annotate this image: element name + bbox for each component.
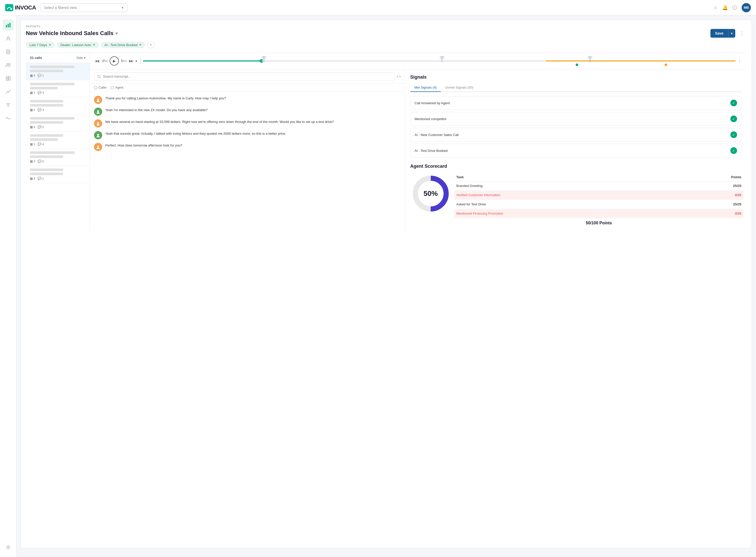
signal-check-2: ✓ (730, 131, 737, 138)
call-item[interactable]: ▦ 3 💬 3 (26, 80, 90, 97)
add-filter-button[interactable]: + (147, 41, 154, 49)
svg-point-23 (97, 146, 99, 147)
caller-radio[interactable] (94, 86, 97, 89)
tab-met-signals[interactable]: Met Signals (4) (410, 84, 441, 92)
caller-radio-label[interactable]: Caller (94, 86, 107, 89)
agent-radio-label[interactable]: Agent (111, 86, 123, 89)
call-item[interactable]: ▦ 1 💬 4 (26, 131, 90, 149)
svg-point-20 (97, 110, 99, 112)
app-logo[interactable]: INVOCA (5, 4, 36, 11)
filter-tag-0[interactable]: Last 7 Days ✕ (26, 42, 55, 48)
call-bar-2 (30, 70, 63, 72)
transcript-panel: ‹ › Caller (90, 69, 405, 231)
filtered-view-select[interactable]: Select a filtered view ▾ (40, 3, 127, 12)
filter-tag-2[interactable]: AI - Test Drive Booked ✕ (101, 42, 145, 48)
scorecard-section: Agent Scorecard (410, 164, 742, 225)
report-breadcrumb: REPORTS (26, 25, 747, 28)
save-dropdown-button[interactable]: ▾ (728, 29, 735, 38)
agent-radio[interactable] (111, 86, 114, 89)
rewind-10-button[interactable]: ↺10 (102, 59, 108, 63)
prev-result-button[interactable]: ‹ (397, 74, 398, 79)
skip-forward-button[interactable]: ⏭ (129, 58, 134, 64)
title-dropdown-icon[interactable]: ▾ (116, 31, 118, 36)
date-sort[interactable]: Date ▾ (77, 56, 86, 60)
message-3: We have several on hand starting at 33,5… (94, 119, 401, 127)
svg-point-7 (6, 63, 8, 65)
search-icon (97, 75, 101, 78)
filter-tag-1[interactable]: Dealer: Lawson Auto ✕ (57, 42, 99, 48)
svg-rect-9 (6, 76, 8, 78)
signals-panel: Signals Met Signals (4) Unmet Signals (5… (405, 69, 747, 231)
message-text-1: Thank you for calling Lawson Automotive.… (105, 96, 226, 101)
scorecard-percentage: 50% (424, 189, 438, 198)
svg-point-16 (7, 547, 9, 548)
call-item[interactable]: ▦ 4 💬 1 (26, 63, 90, 80)
skip-back-button[interactable]: ⏮ (95, 58, 99, 64)
filter-tag-0-close[interactable]: ✕ (49, 43, 51, 47)
sidebar-item-filter[interactable] (3, 99, 14, 111)
speed-button[interactable]: ▾ (136, 59, 137, 63)
call-detail: ⏮ ↺10 ▶ ↻10 ⏭ ▾ (90, 53, 747, 231)
sidebar-item-integrations[interactable] (3, 113, 14, 124)
sidebar-item-clipboard[interactable] (3, 46, 14, 57)
call-item[interactable]: ▦ 2 💬 3 (26, 97, 90, 115)
sidebar-item-team[interactable] (3, 59, 14, 71)
filter-tag-1-close[interactable]: ✕ (93, 43, 95, 47)
messages-list: Thank you for calling Lawson Automotive.… (90, 92, 405, 231)
sidebar-item-analytics[interactable] (3, 20, 14, 31)
help-icon[interactable]: ⓘ (732, 5, 737, 11)
call-item[interactable]: ▦ 3 💬 1 (26, 166, 90, 183)
sidebar-item-contacts[interactable] (3, 33, 14, 44)
call-bar-1 (30, 65, 75, 68)
meta-badge-chat: 💬 1 (38, 74, 44, 77)
tab-unmet-signals[interactable]: Unmet Signals (50) (441, 84, 477, 92)
meta-badge-chart: ▦ 4 (30, 74, 35, 77)
star-icon[interactable]: ☆ (714, 5, 718, 10)
transcript-search-input[interactable] (103, 75, 391, 78)
agent-avatar-1 (94, 96, 102, 104)
score-row-0: Branded Greeting 25/25 (456, 181, 742, 190)
play-button[interactable]: ▶ (110, 56, 119, 65)
scorecard-table: Task Points Branded Greeting 25/25 (456, 173, 742, 225)
svg-point-8 (9, 63, 10, 65)
save-button[interactable]: Save (710, 29, 728, 38)
call-meta: ▦ 3 💬 1 (30, 177, 86, 180)
svg-point-22 (97, 134, 99, 136)
filter-tag-2-close[interactable]: ✕ (139, 43, 142, 47)
call-count: 21 calls (30, 56, 42, 60)
bell-icon[interactable]: 🔔 (722, 5, 728, 10)
forward-10-button[interactable]: ↻10 (121, 59, 127, 63)
signals-tabs: Met Signals (4) Unmet Signals (50) (410, 84, 742, 92)
detail-split: ‹ › Caller (90, 69, 747, 231)
track-dot-green (576, 63, 578, 66)
signal-check-0: ✓ (730, 99, 737, 106)
svg-line-18 (100, 77, 101, 78)
call-item[interactable]: ▦ 4 💬 2 (26, 115, 90, 131)
user-avatar[interactable]: MB (742, 3, 751, 12)
call-item[interactable]: ▦ 3 💬 6 (26, 149, 90, 166)
marker-bubble: 💬 (587, 56, 592, 59)
message-text-3: We have several on hand starting at 33,5… (105, 119, 334, 124)
signal-item-1: Mentioned competitor ✓ (410, 112, 742, 126)
svg-point-21 (97, 122, 99, 124)
more-options-button[interactable]: ⋮ (737, 29, 747, 37)
signal-check-1: ✓ (730, 116, 737, 122)
signal-item-3: AI - Test Drive Booked ✓ (410, 144, 742, 157)
call-bar (30, 173, 63, 175)
sidebar-item-grid[interactable] (3, 73, 14, 84)
chevron-down-icon: ▾ (122, 6, 123, 10)
report-actions: Save ▾ ⋮ (710, 29, 747, 38)
score-table-header: Task Points (456, 173, 742, 181)
waveform[interactable]: 💬 💬 💬 (143, 56, 736, 66)
scorecard-total: 50/100 Points (456, 221, 742, 225)
player-more-button[interactable]: ⋮ (738, 59, 742, 63)
call-meta: ▦ 1 💬 4 (30, 142, 86, 146)
next-result-button[interactable]: › (399, 74, 401, 79)
search-input-wrap[interactable] (94, 72, 395, 80)
call-bar (30, 104, 63, 107)
marker-bubble: 💬 (261, 56, 267, 59)
sidebar-item-settings[interactable] (3, 541, 14, 553)
svg-rect-12 (8, 79, 10, 80)
track-dot-orange (665, 63, 667, 66)
sidebar-item-chart[interactable] (3, 86, 14, 97)
